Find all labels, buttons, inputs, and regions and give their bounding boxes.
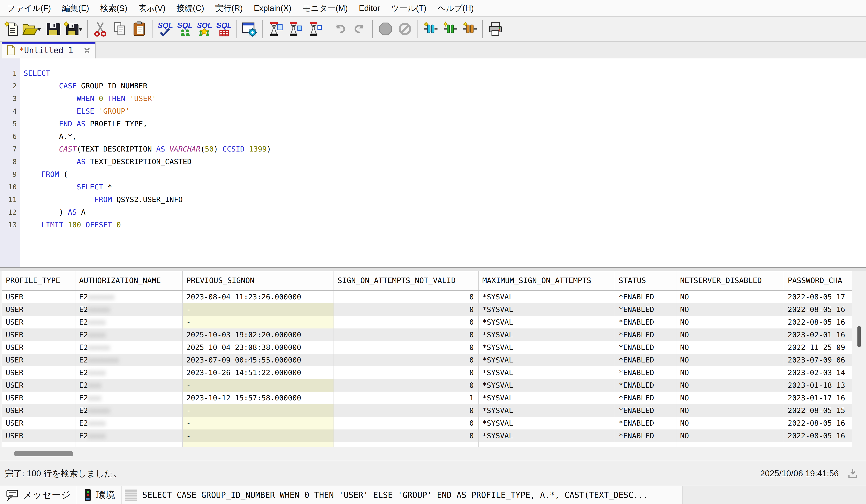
cell-authorization[interactable]: E2xxxxx — [75, 341, 183, 354]
column-header-password_changed[interactable]: PASSWORD_CHA — [784, 271, 852, 290]
sql-check-button[interactable]: SQL — [155, 19, 175, 40]
download-icon[interactable] — [847, 468, 858, 479]
connect-orange-button[interactable] — [460, 19, 479, 40]
cell-netserver_disabled[interactable]: NO — [676, 341, 784, 354]
cell-max_attempts[interactable]: *SYSVAL — [479, 379, 615, 392]
cell-authorization[interactable]: E2xxxx — [75, 329, 183, 341]
undo-button[interactable] — [330, 19, 350, 40]
table-row[interactable]: USERE2xxxxxx2023-08-04 11:23:26.0000000*… — [2, 290, 852, 303]
cell-attempts_not_valid[interactable]: 0 — [334, 329, 479, 341]
hourglass-button[interactable] — [304, 19, 324, 40]
table-row[interactable]: USERE2xxx2023-10-12 15:57:58.0000001*SYS… — [2, 392, 852, 404]
sql-grid-button[interactable]: SQL — [214, 19, 234, 40]
cell-netserver_disabled[interactable]: NO — [676, 329, 784, 341]
table-row[interactable]: USERE2xxxxx-0*SYSVAL*ENABLEDNO2022-08-05… — [2, 303, 852, 316]
cell-profile_type[interactable]: USER — [2, 329, 75, 341]
cell-attempts_not_valid[interactable]: 0 — [334, 366, 479, 379]
new-file-button[interactable] — [2, 19, 22, 40]
cell-status[interactable]: *ENABLED — [615, 341, 676, 354]
cell-attempts_not_valid[interactable]: 1 — [334, 392, 479, 404]
cell-previous_signon[interactable]: - — [183, 429, 334, 442]
column-header-status[interactable]: STATUS — [615, 271, 676, 290]
printer-button[interactable] — [486, 19, 505, 40]
cell-authorization[interactable]: E2xxxxxxx — [75, 354, 183, 366]
cell-attempts_not_valid[interactable]: 0 — [334, 404, 479, 417]
hourglass-doc-button[interactable] — [265, 19, 285, 40]
column-header-authorization[interactable]: AUTHORIZATION_NAME — [75, 271, 183, 290]
cell-max_attempts[interactable]: *SYSVAL — [479, 354, 615, 366]
cell-profile_type[interactable]: USER — [2, 392, 75, 404]
open-folder-button[interactable] — [22, 19, 38, 40]
cell-authorization[interactable]: E2xxxx — [75, 429, 183, 442]
vertical-scrollbar[interactable] — [852, 271, 866, 461]
sql-run-star-button[interactable]: SQL — [195, 19, 214, 40]
column-header-max_attempts[interactable]: MAXIMUM_SIGN_ON_ATTEMPTS — [479, 271, 615, 290]
column-header-previous_signon[interactable]: PREVIOUS_SIGNON — [183, 271, 334, 290]
table-row[interactable]: USERE2xxxx-0*SYSVAL*ENABLEDNO2022-08-05 … — [2, 429, 852, 442]
cell-profile_type[interactable]: USER — [2, 316, 75, 329]
cut-button[interactable] — [90, 19, 110, 40]
cell-netserver_disabled[interactable]: NO — [676, 404, 784, 417]
cell-status[interactable]: *ENABLED — [615, 366, 676, 379]
cell-password_changed[interactable]: 2022-08-05 16 — [784, 316, 852, 329]
cell-status[interactable]: *ENABLED — [615, 417, 676, 429]
cell-password_changed[interactable]: 2022-08-05 16 — [784, 303, 852, 316]
table-row[interactable]: USERE2xxxx2023-10-26 14:51:22.0000000*SY… — [2, 366, 852, 379]
cell-password_changed[interactable]: 2023-01-18 13 — [784, 379, 852, 392]
menu-item-0[interactable]: ファイル(F) — [2, 0, 56, 16]
cancel-button[interactable] — [395, 19, 415, 40]
cell-max_attempts[interactable]: *SYSVAL — [479, 404, 615, 417]
cell-password_changed[interactable]: 2023-02-03 14 — [784, 366, 852, 379]
cell-netserver_disabled[interactable]: NO — [676, 379, 784, 392]
cell-attempts_not_valid[interactable]: 0 — [334, 379, 479, 392]
cell-status[interactable]: *ENABLED — [615, 404, 676, 417]
cell-status[interactable]: *ENABLED — [615, 392, 676, 404]
sql-run-button[interactable]: SQL — [175, 19, 195, 40]
cell-password_changed[interactable]: 2022-08-05 17 — [784, 290, 852, 303]
menu-item-1[interactable]: 編集(E) — [56, 0, 95, 16]
copy-button[interactable] — [110, 19, 130, 40]
cell-profile_type[interactable]: USER — [2, 429, 75, 442]
cell-profile_type[interactable]: USER — [2, 290, 75, 303]
cell-max_attempts[interactable]: *SYSVAL — [479, 290, 615, 303]
cell-max_attempts[interactable]: *SYSVAL — [479, 392, 615, 404]
vertical-scrollbar-thumb[interactable] — [857, 326, 861, 347]
menu-item-7[interactable]: モニター(M) — [297, 0, 353, 16]
cell-max_attempts[interactable]: *SYSVAL — [479, 429, 615, 442]
cell-status[interactable]: *ENABLED — [615, 329, 676, 341]
tab-messages[interactable]: メッセージ — [0, 486, 77, 504]
menu-item-8[interactable]: Editor — [353, 0, 386, 16]
cell-attempts_not_valid[interactable]: 0 — [334, 316, 479, 329]
cell-authorization[interactable]: E2xxx — [75, 392, 183, 404]
cell-password_changed[interactable]: 2022-08-05 15 — [784, 404, 852, 417]
cell-password_changed[interactable]: 2022-08-05 16 — [784, 429, 852, 442]
menu-item-5[interactable]: 実行(R) — [210, 0, 248, 16]
cell-authorization[interactable]: E2xxxx — [75, 316, 183, 329]
window-gear-button[interactable] — [240, 19, 259, 40]
redo-button[interactable] — [350, 19, 369, 40]
cell-password_changed[interactable]: 2023-07-09 06 — [784, 354, 852, 366]
cell-password_changed[interactable]: 2022-11-25 09 — [784, 341, 852, 354]
menu-item-3[interactable]: 表示(V) — [133, 0, 171, 16]
column-header-netserver_disabled[interactable]: NETSERVER_DISABLED — [676, 271, 784, 290]
cell-status[interactable]: *ENABLED — [615, 379, 676, 392]
menu-item-4[interactable]: 接続(C) — [171, 0, 210, 16]
cell-attempts_not_valid[interactable]: 0 — [334, 303, 479, 316]
cell-authorization[interactable]: E2xxxx — [75, 366, 183, 379]
cell-status[interactable]: *ENABLED — [615, 316, 676, 329]
cell-status[interactable]: *ENABLED — [615, 354, 676, 366]
cell-previous_signon[interactable]: 2023-10-26 14:51:22.000000 — [183, 366, 334, 379]
cell-authorization[interactable]: E2xxxx — [75, 417, 183, 429]
cell-authorization[interactable]: E2xxxxxx — [75, 290, 183, 303]
cell-netserver_disabled[interactable]: NO — [676, 392, 784, 404]
cell-previous_signon[interactable]: - — [183, 316, 334, 329]
cell-netserver_disabled[interactable]: NO — [676, 290, 784, 303]
cell-previous_signon[interactable]: - — [183, 379, 334, 392]
cell-attempts_not_valid[interactable]: 0 — [334, 341, 479, 354]
cell-authorization[interactable]: E2xxxxx — [75, 303, 183, 316]
menu-item-10[interactable]: ヘルプ(H) — [432, 0, 479, 16]
connect-cyan-button[interactable] — [421, 19, 440, 40]
cell-password_changed[interactable]: 2023-02-01 16 — [784, 329, 852, 341]
cell-netserver_disabled[interactable]: NO — [676, 303, 784, 316]
cell-previous_signon[interactable]: - — [183, 303, 334, 316]
